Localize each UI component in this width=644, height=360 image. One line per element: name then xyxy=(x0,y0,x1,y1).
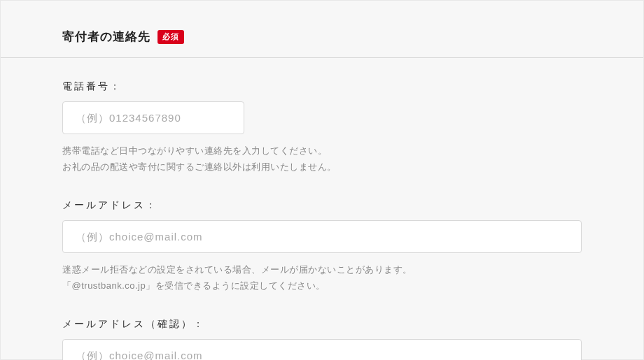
phone-help-text: 携帯電話など日中つながりやすい連絡先を入力してください。 お礼の品の配送や寄付に… xyxy=(62,143,582,175)
phone-input[interactable] xyxy=(62,101,244,134)
email-help-text: 迷惑メール拒否などの設定をされている場合、メールが届かないことがあります。 「@… xyxy=(62,261,582,294)
phone-label: 電話番号： xyxy=(62,80,582,93)
donor-contact-section: 寄付者の連絡先 必須 電話番号： 携帯電話など日中つながりやすい連絡先を入力して… xyxy=(0,0,644,360)
email-label: メールアドレス： xyxy=(62,199,582,212)
email-confirm-input[interactable] xyxy=(62,339,582,360)
section-title-wrap: 寄付者の連絡先 必須 xyxy=(62,29,582,45)
phone-help-line-2: お礼の品の配送や寄付に関するご連絡以外は利用いたしません。 xyxy=(62,159,582,175)
email-confirm-field-group: メールアドレス（確認）： xyxy=(62,318,582,360)
section-header: 寄付者の連絡先 必須 xyxy=(1,1,643,58)
form-body: 電話番号： 携帯電話など日中つながりやすい連絡先を入力してください。 お礼の品の… xyxy=(1,58,643,360)
email-help-line-2: 「@trustbank.co.jp」を受信できるように設定してください。 xyxy=(62,278,582,294)
email-confirm-label: メールアドレス（確認）： xyxy=(62,318,582,331)
email-help-line-1: 迷惑メール拒否などの設定をされている場合、メールが届かないことがあります。 xyxy=(62,261,582,278)
phone-field-group: 電話番号： 携帯電話など日中つながりやすい連絡先を入力してください。 お礼の品の… xyxy=(62,80,582,175)
section-title: 寄付者の連絡先 xyxy=(62,29,150,45)
required-badge: 必須 xyxy=(158,30,184,44)
email-field-group: メールアドレス： 迷惑メール拒否などの設定をされている場合、メールが届かないこと… xyxy=(62,199,582,294)
email-input[interactable] xyxy=(62,220,582,253)
phone-help-line-1: 携帯電話など日中つながりやすい連絡先を入力してください。 xyxy=(62,143,582,159)
